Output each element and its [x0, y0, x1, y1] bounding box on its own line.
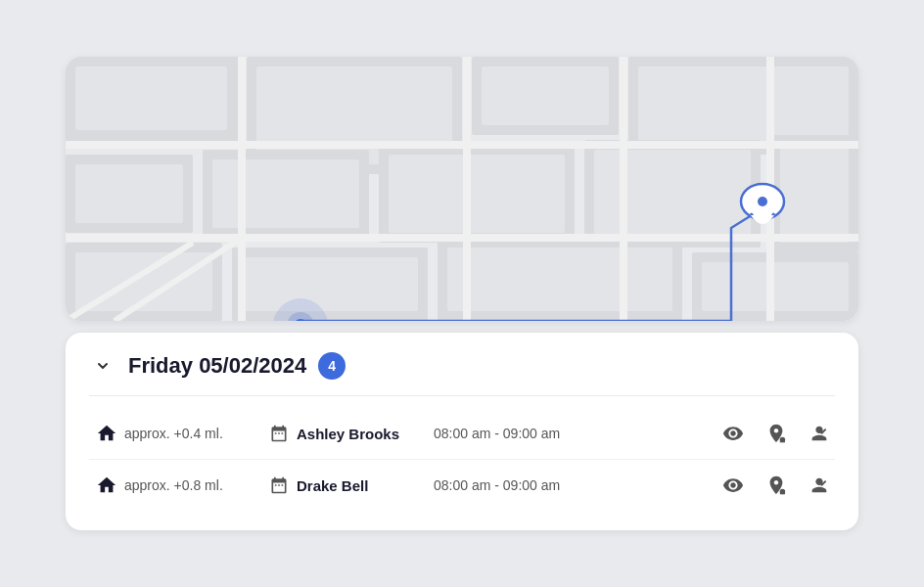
- svg-rect-16: [594, 150, 751, 238]
- count-badge: 4: [318, 352, 346, 380]
- person-name: Drake Bell: [297, 477, 434, 494]
- home-icon: [89, 474, 124, 496]
- distance-label: approx. +0.8 ml.: [124, 477, 261, 493]
- svg-rect-22: [242, 257, 418, 311]
- list-title: Friday 05/02/2024: [128, 353, 306, 379]
- main-container: Friday 05/02/2024 4 approx. +0.4 ml. Ash…: [66, 57, 858, 530]
- map-svg: [66, 57, 858, 321]
- map-card: [66, 57, 858, 321]
- svg-rect-26: [702, 262, 849, 311]
- svg-rect-8: [638, 67, 849, 145]
- svg-rect-10: [75, 164, 183, 223]
- list-card: Friday 05/02/2024 4 approx. +0.4 ml. Ash…: [66, 333, 858, 530]
- assign-icon[interactable]: [804, 418, 835, 449]
- action-icons: [717, 470, 835, 501]
- time-range: 08:00 am - 09:00 am: [434, 477, 717, 493]
- list-header: Friday 05/02/2024 4: [89, 352, 835, 380]
- home-icon: [89, 423, 124, 444]
- view-icon[interactable]: [717, 418, 749, 449]
- svg-rect-12: [212, 159, 359, 228]
- svg-rect-2: [75, 67, 227, 130]
- svg-rect-18: [780, 145, 849, 243]
- map-person-icon[interactable]: [761, 470, 792, 501]
- person-name: Ashley Brooks: [297, 426, 434, 442]
- divider: [89, 395, 835, 396]
- calendar-icon: [261, 475, 297, 495]
- map-background: [66, 57, 858, 321]
- collapse-button[interactable]: [89, 352, 116, 380]
- route-row: approx. +0.4 ml. Ashley Brooks 08:00 am …: [89, 408, 835, 459]
- view-icon[interactable]: [717, 470, 749, 501]
- svg-rect-24: [447, 248, 672, 311]
- assign-icon[interactable]: [804, 470, 835, 501]
- svg-rect-6: [482, 67, 609, 125]
- map-person-icon[interactable]: [761, 418, 792, 449]
- svg-point-39: [758, 197, 767, 206]
- action-icons: [717, 418, 835, 449]
- svg-rect-14: [389, 155, 565, 233]
- route-row: approx. +0.8 ml. Drake Bell 08:00 am - 0…: [89, 459, 835, 511]
- time-range: 08:00 am - 09:00 am: [434, 426, 717, 441]
- distance-label: approx. +0.4 ml.: [124, 426, 261, 441]
- calendar-icon: [261, 424, 297, 443]
